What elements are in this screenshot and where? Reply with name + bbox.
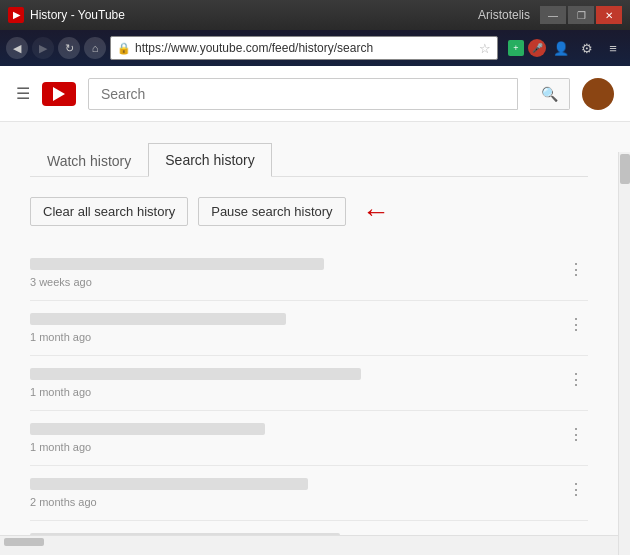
extension-button[interactable]: + [508,40,524,56]
history-title-placeholder [30,313,286,325]
search-icon: 🔍 [541,86,558,102]
search-input[interactable] [88,78,518,110]
main-content: Watch history Search history Clear all s… [0,122,630,535]
arrow-indicator: ← [362,198,390,226]
favicon-icon: ▶ [8,7,24,23]
reload-button[interactable]: ↻ [58,37,80,59]
home-button[interactable]: ⌂ [84,37,106,59]
history-item-menu[interactable]: ⋮ [564,370,588,389]
action-row: Clear all search history Pause search hi… [30,197,588,226]
pause-history-button[interactable]: Pause search history [198,197,345,226]
bottom-scrollbar-thumb[interactable] [4,538,44,546]
tab-watch-history[interactable]: Watch history [30,143,148,177]
history-item-menu[interactable]: ⋮ [564,315,588,334]
scrollbar-track[interactable] [618,152,630,555]
history-item-content: 1 month ago [30,368,564,398]
history-item-content: 2 months ago [30,533,564,535]
history-title-placeholder [30,258,324,270]
tab-search-history[interactable]: Search history [148,143,271,177]
list-item: 2 months ago ⋮ [30,466,588,521]
history-item-menu[interactable]: ⋮ [564,480,588,499]
history-time: 2 months ago [30,496,564,508]
mic-button[interactable]: 🎤 [528,39,546,57]
history-title-placeholder [30,533,340,535]
bookmark-icon: ☆ [479,41,491,56]
nav-right-controls: + 🎤 👤 ⚙ ≡ [508,37,624,59]
list-item: 1 month ago ⋮ [30,356,588,411]
profile-icon-nav[interactable]: 👤 [550,37,572,59]
clear-history-button[interactable]: Clear all search history [30,197,188,226]
hamburger-icon[interactable]: ☰ [16,84,30,103]
minimize-button[interactable]: — [540,6,566,24]
address-bar[interactable]: 🔒 https://www.youtube.com/feed/history/s… [110,36,498,60]
history-time: 1 month ago [30,441,564,453]
scrollbar-thumb[interactable] [620,154,630,184]
history-time: 1 month ago [30,386,564,398]
history-title-placeholder [30,423,265,435]
back-button[interactable]: ◀ [6,37,28,59]
youtube-header: ☰ 🔍 [0,66,630,122]
title-bar-controls: Aristotelis — ❐ ✕ [478,6,622,24]
close-button[interactable]: ✕ [596,6,622,24]
history-title-placeholder [30,478,308,490]
menu-icon[interactable]: ≡ [602,37,624,59]
avatar[interactable] [582,78,614,110]
list-item: 1 month ago ⋮ [30,411,588,466]
history-time: 1 month ago [30,331,564,343]
history-item-content: 3 weeks ago [30,258,564,288]
youtube-logo[interactable] [42,82,76,106]
list-item: 1 month ago ⋮ [30,301,588,356]
settings-icon[interactable]: ⚙ [576,37,598,59]
history-item-content: 1 month ago [30,423,564,453]
tabs-container: Watch history Search history [30,142,588,177]
nav-bar: ◀ ▶ ↻ ⌂ 🔒 https://www.youtube.com/feed/h… [0,30,630,66]
yt-play-icon [53,87,65,101]
url-text: https://www.youtube.com/feed/history/sea… [135,41,475,55]
restore-button[interactable]: ❐ [568,6,594,24]
main-wrapper: Watch history Search history Clear all s… [0,122,630,535]
forward-button[interactable]: ▶ [32,37,54,59]
list-item: 3 weeks ago ⋮ [30,246,588,301]
search-button[interactable]: 🔍 [530,78,570,110]
history-list: 3 weeks ago ⋮ 1 month ago ⋮ 1 month ago … [30,246,588,535]
history-item-content: 1 month ago [30,313,564,343]
history-time: 3 weeks ago [30,276,564,288]
history-item-content: 2 months ago [30,478,564,508]
user-label: Aristotelis [478,8,530,22]
title-bar: ▶ History - YouTube Aristotelis — ❐ ✕ [0,0,630,30]
bottom-scrollbar[interactable] [0,535,630,547]
history-item-menu[interactable]: ⋮ [564,425,588,444]
history-item-menu[interactable]: ⋮ [564,260,588,279]
page-title: History - YouTube [30,8,478,22]
yt-logo-icon [42,82,76,106]
lock-icon: 🔒 [117,42,131,55]
list-item: 2 months ago ⋮ [30,521,588,535]
history-title-placeholder [30,368,361,380]
